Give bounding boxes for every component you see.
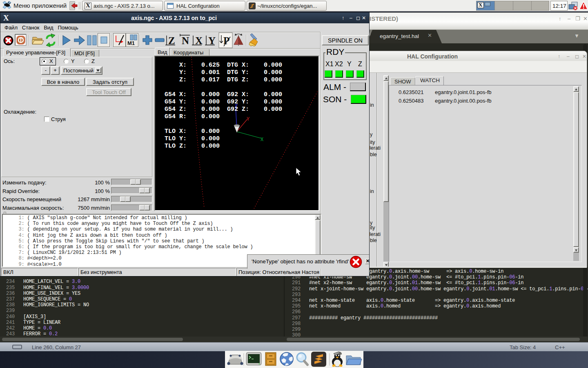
- svg-text:P: P: [223, 35, 229, 46]
- svg-text:Z: Z: [168, 35, 175, 46]
- svg-text:Y: Y: [208, 35, 216, 46]
- svg-text:N: N: [182, 35, 189, 46]
- svg-text:M1: M1: [127, 40, 135, 46]
- svg-text:X: X: [195, 35, 203, 46]
